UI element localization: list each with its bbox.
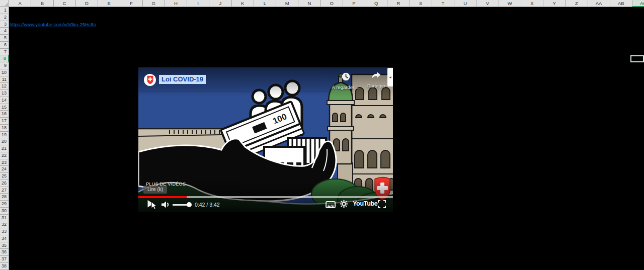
row-header-26[interactable]: 26 <box>0 180 9 187</box>
column-headers: ABCDEFGHIJKLMNOPQRSTUVWXYZAAABAC <box>9 0 644 7</box>
column-header-L[interactable]: L <box>254 0 276 7</box>
spreadsheet: ABCDEFGHIJKLMNOPQRSTUVWXYZAAABAC 1234567… <box>0 0 644 270</box>
playlist-collapse-tab[interactable]: ◄ <box>387 68 393 86</box>
youtube-player[interactable]: 100 <box>138 67 393 212</box>
column-header-E[interactable]: E <box>98 0 120 7</box>
row-header-5[interactable]: 5 <box>0 35 9 42</box>
row-header-29[interactable]: 29 <box>0 201 9 208</box>
active-cell-outline <box>630 55 644 62</box>
row-header-14[interactable]: 14 <box>0 97 9 104</box>
row-header-27[interactable]: 27 <box>0 187 9 194</box>
column-header-J[interactable]: J <box>209 0 231 7</box>
time-display: 0:42 / 3:42 <box>195 202 220 208</box>
row-header-6[interactable]: 6 <box>0 42 9 49</box>
column-header-T[interactable]: T <box>432 0 454 7</box>
column-header-AA[interactable]: AA <box>588 0 610 7</box>
column-header-Z[interactable]: Z <box>566 0 588 7</box>
row-header-11[interactable]: 11 <box>0 76 9 83</box>
play-tooltip: Lire (k) <box>143 186 167 194</box>
progress-played <box>138 196 187 198</box>
row-header-33[interactable]: 33 <box>0 228 9 235</box>
column-header-I[interactable]: I <box>187 0 209 7</box>
share-label: Partager <box>364 83 389 88</box>
row-header-34[interactable]: 34 <box>0 235 9 242</box>
column-header-Q[interactable]: Q <box>365 0 387 7</box>
column-header-H[interactable]: H <box>165 0 187 7</box>
swiss-shield-icon <box>146 75 154 84</box>
more-videos-label: PLUS DE VIDÉOS <box>146 182 186 187</box>
column-header-O[interactable]: O <box>321 0 343 7</box>
share-button[interactable]: Partager <box>364 71 389 88</box>
row-header-31[interactable]: 31 <box>0 215 9 222</box>
row-header-10[interactable]: 10 <box>0 69 9 76</box>
row-header-19[interactable]: 19 <box>0 132 9 139</box>
settings-gear-icon[interactable] <box>340 200 348 208</box>
column-header-K[interactable]: K <box>232 0 254 7</box>
row-header-7[interactable]: 7 <box>0 49 9 56</box>
column-header-Y[interactable]: Y <box>543 0 566 7</box>
chevron-left-icon: ◄ <box>388 75 392 79</box>
row-header-8[interactable]: 8 <box>0 55 9 62</box>
column-header-F[interactable]: F <box>120 0 142 7</box>
row-header-37[interactable]: 37 <box>0 256 9 263</box>
fullscreen-button[interactable] <box>378 200 386 208</box>
row-header-4[interactable]: 4 <box>0 28 9 35</box>
row-header-30[interactable]: 30 <box>0 208 9 215</box>
row-header-9[interactable]: 9 <box>0 62 9 69</box>
column-header-S[interactable]: S <box>410 0 432 7</box>
column-header-AC[interactable]: AC <box>632 0 644 7</box>
channel-avatar[interactable] <box>144 74 156 86</box>
row-header-32[interactable]: 32 <box>0 221 9 228</box>
column-header-U[interactable]: U <box>454 0 476 7</box>
row-header-23[interactable]: 23 <box>0 159 9 166</box>
row-headers: 1234567891011121314151617181920212223242… <box>0 7 9 270</box>
row-header-18[interactable]: 18 <box>0 125 9 132</box>
column-header-C[interactable]: C <box>54 0 76 7</box>
row-header-25[interactable]: 25 <box>0 173 9 180</box>
row-header-13[interactable]: 13 <box>0 90 9 97</box>
row-header-16[interactable]: 16 <box>0 111 9 118</box>
row-header-3[interactable]: 3 <box>0 21 9 28</box>
youtube-link[interactable]: https://www.youtube.com/v/h0ku-25Hc8o <box>10 22 96 27</box>
column-header-G[interactable]: G <box>143 0 165 7</box>
row-header-12[interactable]: 12 <box>0 83 9 90</box>
row-header-21[interactable]: 21 <box>0 145 9 152</box>
volume-slider-knob[interactable] <box>187 202 192 207</box>
column-header-AB[interactable]: AB <box>610 0 632 7</box>
column-header-R[interactable]: R <box>387 0 410 7</box>
watch-later-label: À regarder ... <box>330 84 361 90</box>
column-header-W[interactable]: W <box>499 0 521 7</box>
captions-button[interactable] <box>326 201 336 208</box>
column-header-A[interactable]: A <box>9 0 31 7</box>
column-header-M[interactable]: M <box>276 0 298 7</box>
row-header-17[interactable]: 17 <box>0 118 9 125</box>
row-header-24[interactable]: 24 <box>0 166 9 173</box>
select-all-corner[interactable] <box>0 0 9 7</box>
column-header-N[interactable]: N <box>298 0 320 7</box>
clock-icon <box>342 72 350 81</box>
row-header-28[interactable]: 28 <box>0 194 9 201</box>
row-header-1[interactable]: 1 <box>0 7 9 14</box>
row-header-22[interactable]: 22 <box>0 152 9 159</box>
volume-button[interactable] <box>162 201 170 208</box>
video-title[interactable]: Loi COVID-19 <box>159 75 206 84</box>
column-header-D[interactable]: D <box>76 0 98 7</box>
column-header-B[interactable]: B <box>31 0 53 7</box>
progress-bar[interactable] <box>138 196 393 198</box>
row-header-20[interactable]: 20 <box>0 138 9 145</box>
row-header-35[interactable]: 35 <box>0 242 9 249</box>
watch-later-button[interactable]: À regarder ... <box>330 72 361 90</box>
row-header-38[interactable]: 38 <box>0 263 9 270</box>
column-header-X[interactable]: X <box>521 0 543 7</box>
youtube-logo[interactable]: YouTube <box>353 200 378 207</box>
column-header-P[interactable]: P <box>343 0 365 7</box>
share-arrow-icon <box>371 71 381 79</box>
column-header-V[interactable]: V <box>476 0 499 7</box>
row-header-36[interactable]: 36 <box>0 249 9 256</box>
row-header-2[interactable]: 2 <box>0 14 9 21</box>
mouse-cursor-icon <box>151 202 157 210</box>
row-header-15[interactable]: 15 <box>0 104 9 111</box>
